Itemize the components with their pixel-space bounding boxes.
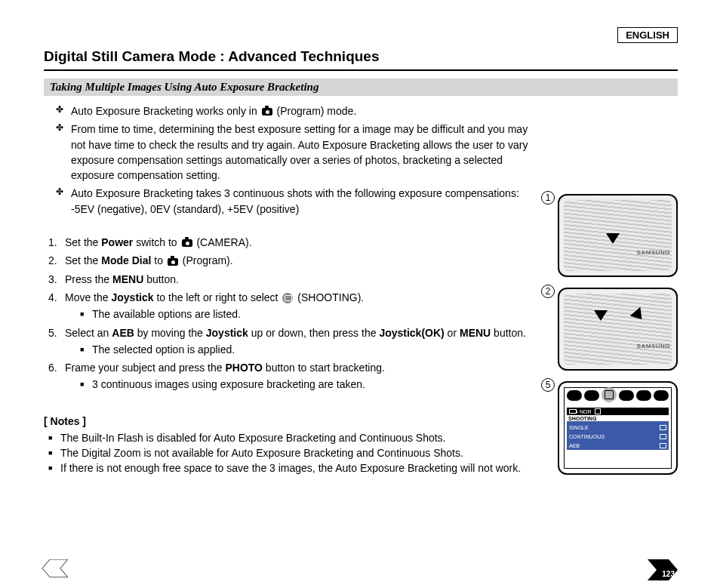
sub-step: 3 continuous images using exposure brack… (80, 377, 544, 392)
card-icon (595, 408, 601, 414)
mode-icon (567, 390, 582, 401)
menu-item-single: SINGLE (569, 425, 589, 430)
step-text: to (151, 254, 165, 266)
menu-label: MENU (460, 327, 491, 339)
svg-marker-0 (42, 559, 68, 577)
single-icon (660, 425, 666, 430)
step-text: to the left or right to select (154, 291, 282, 303)
step-text: Press the (65, 273, 112, 285)
step-item: Frame your subject and press the PHOTO b… (48, 360, 544, 393)
step-text: Select an (65, 327, 112, 339)
step-item: Press the MENU button. (48, 272, 544, 287)
step-item: Set the Power switch to (CAMERA). (48, 235, 544, 250)
step-text: (SHOOTING). (294, 291, 364, 303)
mode-icon (654, 390, 669, 401)
menu-label: MENU (112, 273, 143, 285)
lcd-menu-title: SHOOTING (567, 416, 669, 421)
figure-lcd-menu: NOR SHOOTING SINGLE CONTINUOUS AEB (558, 381, 678, 475)
photo-label: PHOTO (225, 362, 263, 374)
step-text: Frame your subject and press the (65, 362, 225, 374)
continuous-icon (660, 434, 666, 439)
step-item: Move the Joystick to the left or right t… (48, 290, 544, 322)
content-area: Auto Exposure Bracketing works only in (… (44, 103, 678, 476)
notes-title: [ Notes ] (44, 415, 544, 427)
page-number: 123 (662, 570, 675, 578)
page-nav-prev-icon (42, 559, 68, 580)
step-text: Set the (65, 236, 101, 248)
step-text: switch to (133, 236, 180, 248)
menu-item-continuous: CONTINUOUS (569, 434, 605, 439)
step-text: button. (491, 327, 526, 339)
aeb-icon (660, 443, 666, 448)
power-label: Power (101, 236, 133, 248)
mode-dial-label: Mode Dial (101, 254, 151, 266)
joystick-label: Joystick (111, 291, 153, 303)
page-title: Digital Still Camera Mode : Advanced Tec… (44, 48, 678, 71)
mode-icon (619, 390, 634, 401)
menu-item-aeb: AEB (569, 443, 580, 448)
step-text: up or down, then press the (248, 327, 380, 339)
sub-step: The selected option is applied. (80, 342, 544, 357)
brand-label: SAMSUNG (637, 343, 670, 349)
bullet-item: From time to time, determining the best … (59, 122, 544, 183)
sub-step: The available options are listed. (80, 306, 544, 322)
note-item: The Digital Zoom is not available for Au… (48, 445, 544, 460)
step-item: Select an AEB by moving the Joystick up … (48, 325, 544, 358)
figure-power-switch: SAMSUNG (558, 194, 678, 277)
lcd-top-icons (567, 390, 669, 405)
figure-mode-dial: SAMSUNG (558, 288, 678, 371)
bullet-item: Auto Exposure Bracketing takes 3 continu… (59, 186, 544, 217)
bullet-text: (Program) mode. (276, 105, 356, 117)
bullet-item: Auto Exposure Bracketing works only in (… (59, 103, 544, 119)
lcd-info-row: NOR (567, 408, 669, 415)
figure-column: 1 SAMSUNG 2 SAMSUNG 5 (558, 103, 678, 476)
camera-icon (182, 239, 192, 247)
intro-bullets: Auto Exposure Bracketing works only in (… (44, 103, 544, 217)
figure-number-1: 1 (541, 191, 555, 205)
aeb-label: AEB (112, 327, 134, 339)
figure-number-5: 5 (541, 378, 555, 392)
mode-icon (636, 390, 651, 401)
step-text: button to start bracketing. (263, 362, 385, 374)
procedure-steps: Set the Power switch to (CAMERA). Set th… (44, 235, 544, 393)
camera-icon (262, 108, 272, 115)
step-text: Move the (65, 291, 111, 303)
text-column: Auto Exposure Bracketing works only in (… (44, 103, 544, 476)
shooting-icon (282, 293, 293, 303)
brand-label: SAMSUNG (637, 249, 670, 256)
step-text: by moving the (134, 327, 206, 339)
nor-label: NOR (580, 409, 592, 414)
lcd-menu-list: SINGLE CONTINUOUS AEB (567, 421, 669, 450)
battery-icon (569, 409, 577, 414)
subsection-title: Taking Multiple Images Using Auto Exposu… (44, 79, 678, 96)
arrow-down-icon (594, 310, 608, 321)
camera-mode-icon (602, 387, 617, 402)
mode-icon (584, 390, 599, 401)
language-badge: ENGLISH (617, 27, 678, 43)
arrow-down-icon (606, 233, 620, 244)
step-text: button. (143, 273, 179, 285)
notes-section: [ Notes ] The Built-In Flash is disabled… (44, 415, 544, 476)
joystick-ok-label: Joystick(OK) (379, 327, 444, 339)
figure-number-2: 2 (541, 285, 555, 298)
step-text: (Program). (180, 254, 233, 266)
step-text: Set the (65, 254, 101, 266)
bullet-text: Auto Exposure Bracketing works only in (71, 105, 260, 117)
note-item: If there is not enough free space to sav… (48, 460, 544, 476)
joystick-label: Joystick (206, 327, 248, 339)
step-text: (CAMERA). (194, 236, 252, 248)
note-item: The Built-In Flash is disabled for Auto … (48, 430, 544, 445)
step-text: or (445, 327, 460, 339)
camera-icon (168, 258, 178, 266)
step-item: Set the Mode Dial to (Program). (48, 253, 544, 268)
